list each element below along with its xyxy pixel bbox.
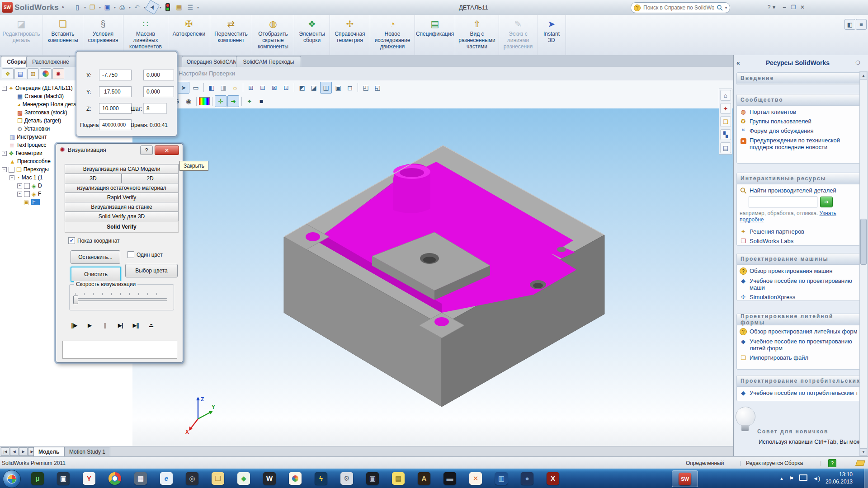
menu-expand-icon[interactable]: ▸: [62, 5, 65, 9]
taskbar-app-icon[interactable]: ▥: [490, 470, 513, 486]
taskbar-console-icon[interactable]: ▬: [439, 470, 461, 486]
search-options-caret-icon[interactable]: ▾: [725, 6, 727, 10]
tab-solidcam-operation[interactable]: Операция SolidCAM: [182, 56, 242, 67]
scroll-up-icon[interactable]: ▲: [860, 72, 867, 80]
display-style-icon[interactable]: ◪: [308, 82, 319, 93]
pin-icon[interactable]: ❍: [855, 60, 860, 66]
expand-icon[interactable]: +: [17, 183, 22, 188]
ribbon-reference-geometry-button[interactable]: ✢ Справочная геометрия: [330, 15, 370, 55]
taskbar-paint-icon[interactable]: [284, 470, 307, 486]
taskbar-app-icon[interactable]: ●: [516, 470, 538, 486]
section-view-icon[interactable]: ▣: [333, 82, 344, 93]
link-discussion-forum[interactable]: ❝Форум для обсуждения: [737, 125, 860, 134]
ribbon-mates-button[interactable]: § Условия сопряжения: [83, 15, 123, 55]
binoculars-icon[interactable]: ⌖: [244, 96, 255, 107]
viz-on-cad-model-button[interactable]: Визуализация на CAD Модели: [65, 164, 179, 174]
link-user-groups[interactable]: ✪Группы пользователей: [737, 115, 860, 125]
view-orientation-icon[interactable]: ◩: [297, 82, 307, 93]
rainbow-deviation-icon[interactable]: [199, 96, 210, 107]
tool-show-icon[interactable]: ✛: [215, 95, 226, 107]
action-center-flag-icon[interactable]: ⚑: [789, 475, 794, 482]
dialog-close-button[interactable]: ✕: [155, 145, 179, 155]
start-button[interactable]: [3, 470, 21, 488]
y-delta-field[interactable]: 0.000: [143, 86, 174, 97]
task-pane-toggle-icon[interactable]: ◧: [844, 19, 855, 30]
taskbar-solidworks-button[interactable]: SW: [672, 470, 698, 487]
save-icon[interactable]: ▣: [102, 2, 112, 12]
shadows-icon[interactable]: ◱: [372, 82, 383, 93]
viz-2d-button[interactable]: 2D: [122, 174, 179, 183]
fast-forward-button[interactable]: ▶||: [129, 320, 142, 331]
stock-display-icon[interactable]: ■: [256, 96, 267, 107]
ribbon-assembly-features-button[interactable]: ❖ Элементы сборки: [294, 15, 330, 55]
collapse-icon[interactable]: −: [2, 167, 7, 172]
pick-color-button[interactable]: Выбор цвета: [125, 264, 178, 277]
x-value-field[interactable]: -7.750: [99, 70, 132, 80]
dimxpert-color-wheel-icon[interactable]: [40, 68, 52, 79]
tray-expand-icon[interactable]: ▲: [779, 476, 783, 481]
link-machine-overview[interactable]: ?Обзор проектирования машин: [737, 265, 860, 275]
manufacturer-search-input[interactable]: [749, 197, 817, 207]
rebuild-traffic-light-icon[interactable]: [163, 2, 173, 12]
taskbar-app-icon[interactable]: ◎: [181, 470, 203, 486]
y-value-field[interactable]: -17.500: [99, 86, 132, 97]
viz-3d-button[interactable]: 3D: [65, 174, 122, 183]
prev-tab-icon[interactable]: ◀: [10, 447, 19, 456]
taskbar-yandex-icon[interactable]: Y: [78, 470, 100, 486]
zoom-area-icon[interactable]: ⊟: [257, 82, 268, 93]
configurationmanager-tab-icon[interactable]: ⊞: [27, 68, 39, 79]
collapse-pane-icon[interactable]: «: [736, 59, 740, 66]
link-mold-overview[interactable]: ?Обзор проектирования литейных форм: [737, 325, 860, 335]
dialog-help-button[interactable]: ?: [140, 145, 153, 155]
taskbar-chrome-icon[interactable]: [104, 470, 126, 486]
taskbar-app-icon[interactable]: µ: [26, 470, 49, 486]
link-machine-tutorial[interactable]: ◆Учебное пособие по проектированию маши: [737, 275, 860, 291]
solidcam-tab-icon[interactable]: ✺: [52, 68, 64, 79]
help-search-box[interactable]: ? ▾: [631, 2, 730, 13]
propertymanager-tab-icon[interactable]: ▤: [14, 68, 26, 79]
stop-button[interactable]: Остановить...: [71, 250, 120, 264]
tab-model[interactable]: Модель: [33, 447, 64, 457]
link-solidworks-labs[interactable]: ❒SolidWorks Labs: [737, 235, 860, 244]
folder-icon[interactable]: ❏: [720, 116, 731, 127]
show-desktop-button[interactable]: [864, 469, 868, 488]
ribbon-explode-sketch-button[interactable]: ✎ Эскиз с линиями разнесения: [499, 15, 538, 55]
taskbar-app-icon[interactable]: X: [542, 470, 564, 486]
step-play-button[interactable]: ||▶: [68, 320, 80, 331]
taskbar-ie-icon[interactable]: e: [155, 470, 178, 486]
graphics-area[interactable]: Z Y X: [132, 108, 733, 446]
new-document-icon[interactable]: ▯: [72, 2, 82, 12]
x-delta-field[interactable]: 0.000: [143, 70, 174, 80]
taskbar-cam-icon[interactable]: ⚙: [335, 470, 358, 486]
taskbar-app-icon[interactable]: ▣: [361, 470, 384, 486]
ribbon-instant3d-button[interactable]: ➤ Instant 3D: [538, 15, 566, 55]
undo-icon[interactable]: ↶: [132, 2, 142, 12]
link-tech-alerts[interactable]: ●Предупреждения по технической поддерж п…: [737, 134, 860, 150]
tag-icon[interactable]: [855, 460, 865, 466]
collapse-icon[interactable]: −: [2, 86, 7, 91]
taskbar-app-icon[interactable]: A: [413, 470, 435, 486]
notebook-icon[interactable]: ▤: [720, 142, 731, 153]
home-icon[interactable]: ⌂: [720, 90, 731, 101]
eject-button[interactable]: ⏏: [145, 320, 157, 331]
checkbox[interactable]: [9, 167, 14, 173]
search-go-button[interactable]: ➔: [820, 197, 833, 207]
options-icon[interactable]: ☰: [185, 2, 195, 12]
link-mold-tutorial[interactable]: ◆Учебное пособие по проектированию литей…: [737, 335, 860, 352]
ribbon-motion-study-button[interactable]: ◔ Новое исследование движения: [370, 15, 415, 55]
help-caret-icon[interactable]: ▾: [771, 4, 777, 11]
one-color-checkbox[interactable]: Один цвет: [127, 251, 163, 258]
link-import-file[interactable]: ❏Импортировать файл: [737, 352, 860, 361]
taskbar-clock[interactable]: 13:10 20.06.2013: [826, 471, 853, 485]
expand-icon[interactable]: +: [2, 151, 7, 156]
zoom-out-icon[interactable]: ⊠: [269, 82, 280, 93]
expand-icon[interactable]: +: [17, 192, 22, 197]
link-customer-portal[interactable]: ◍Портал клиентов: [737, 106, 860, 115]
featuremanager-tab-icon[interactable]: ❖: [2, 68, 14, 79]
next-tab-icon[interactable]: ▶: [19, 447, 28, 456]
taskbar-app-icon[interactable]: ✕: [464, 470, 487, 486]
network-icon[interactable]: [799, 474, 807, 482]
ribbon-exploded-view-button[interactable]: ⇧ Вид с разнесенными частями: [455, 15, 499, 55]
ribbon-show-hidden-button[interactable]: ◍ Отобразить скрытые компоненты: [252, 15, 294, 55]
help-search-input[interactable]: [642, 4, 715, 11]
